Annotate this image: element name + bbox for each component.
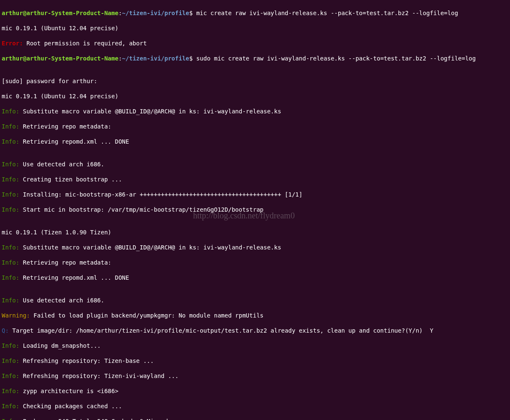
error-text: Root permission is required, abort [23, 40, 147, 47]
info-text: Substitute macro variable @BUILD_ID@/@AR… [19, 108, 281, 115]
info-line: Info: zypp architecture is <i686> [2, 387, 508, 395]
info-line: Info: Use detected arch i686. [2, 160, 508, 168]
user-host: arthur@arthur-System-Product-Name [2, 55, 118, 62]
info-text: Loading dm_snapshot... [19, 342, 101, 349]
info-line: Info: Use detected arch i686. [2, 297, 508, 304]
question-label: Q: [2, 327, 9, 334]
info-label: Info: [2, 297, 19, 304]
info-label: Info: [2, 418, 19, 420]
info-line: Info: Refreshing repository: Tizen-ivi-w… [2, 372, 508, 380]
info-line: Info: Retrieving repo metadata: [2, 123, 508, 130]
colon: : [118, 55, 122, 62]
info-text: Creating tizen bootstrap ... [19, 176, 122, 183]
info-label: Info: [2, 108, 19, 115]
question-line: Q: Target image/dir: /home/arthur/tizen-… [2, 327, 508, 334]
info-label: Info: [2, 138, 19, 145]
info-line: Info: Installing: mic-bootstrap-x86-ar +… [2, 191, 508, 198]
info-label: Info: [2, 206, 19, 213]
warning-text: Failed to load plugin backend/yumpkgmgr:… [30, 312, 263, 319]
info-line: Info: Retrieving repo metadata: [2, 259, 508, 266]
prompt-line-2: arthur@arthur-System-Product-Name:~/tize… [2, 55, 508, 62]
info-line: Info: Start mic in bootstrap: /var/tmp/m… [2, 206, 508, 213]
info-line: Info: Retrieving repomd.xml ... DONE [2, 274, 508, 281]
info-line: Info: Packages: 548 Total, 548 Cached, 0… [2, 417, 508, 420]
command-text: mic create raw ivi-wayland-release.ks --… [196, 10, 458, 16]
info-line: Info: Retrieving repomd.xml ... DONE [2, 138, 508, 145]
info-label: Info: [2, 259, 19, 266]
info-text: Retrieving repo metadata: [19, 259, 111, 266]
info-text: Refreshing repository: Tizen-ivi-wayland… [19, 373, 178, 379]
info-text: Installing: mic-bootstrap-x86-ar +++++++… [19, 191, 302, 198]
info-label: Info: [2, 342, 19, 349]
info-text: Retrieving repo metadata: [19, 123, 111, 130]
info-text: Retrieving repomd.xml ... DONE [19, 138, 129, 145]
info-text: Refreshing repository: Tizen-base ... [19, 357, 154, 364]
warning-label: Warning: [2, 312, 30, 319]
info-text: Retrieving repomd.xml ... DONE [19, 274, 129, 281]
info-label: Info: [2, 161, 19, 168]
info-text: Substitute macro variable @BUILD_ID@/@AR… [19, 244, 281, 251]
info-line: Info: Refreshing repository: Tizen-base … [2, 357, 508, 365]
output-line: mic 0.19.1 (Tizen 1.0.90 Tizen) [2, 228, 508, 236]
info-line: Info: Substitute macro variable @BUILD_I… [2, 244, 508, 251]
info-text: Packages: 548 Total, 548 Cached, 0 Misse… [19, 418, 168, 420]
info-label: Info: [2, 388, 19, 394]
prompt-dollar: $ [189, 55, 196, 62]
info-line: Info: Substitute macro variable @BUILD_I… [2, 108, 508, 115]
output-line: [sudo] password for arthur: [2, 77, 508, 85]
terminal-output[interactable]: arthur@arthur-System-Product-Name:~/tize… [0, 0, 510, 420]
cwd-path: ~/tizen-ivi/profile [122, 10, 189, 16]
prompt-dollar: $ [189, 10, 196, 16]
info-label: Info: [2, 403, 19, 410]
info-text: zypp architecture is <i686> [19, 388, 118, 394]
output-line: mic 0.19.1 (Ubuntu 12.04 precise) [2, 92, 508, 100]
info-text: Start mic in bootstrap: /var/tmp/mic-boo… [19, 206, 264, 213]
info-line: Info: Checking packages cached ... [2, 402, 508, 410]
info-line: Info: Loading dm_snapshot... [2, 342, 508, 349]
info-line: Info: Creating tizen bootstrap ... [2, 176, 508, 183]
output-line: mic 0.19.1 (Ubuntu 12.04 precise) [2, 24, 508, 32]
cwd-path: ~/tizen-ivi/profile [122, 55, 189, 62]
info-label: Info: [2, 357, 19, 364]
user-host: arthur@arthur-System-Product-Name [2, 10, 118, 16]
info-text: Use detected arch i686. [19, 297, 104, 304]
info-label: Info: [2, 244, 19, 251]
prompt-line-1: arthur@arthur-System-Product-Name:~/tize… [2, 9, 508, 17]
warning-line: Warning: Failed to load plugin backend/y… [2, 312, 508, 319]
info-label: Info: [2, 191, 19, 198]
info-label: Info: [2, 274, 19, 281]
error-label: Error: [2, 40, 23, 47]
info-label: Info: [2, 373, 19, 379]
colon: : [118, 10, 122, 16]
info-text: Checking packages cached ... [19, 403, 122, 410]
error-line: Error: Root permission is required, abor… [2, 39, 508, 47]
command-text: sudo mic create raw ivi-wayland-release.… [196, 55, 476, 62]
question-text: Target image/dir: /home/arthur/tizen-ivi… [9, 327, 433, 334]
info-text: Use detected arch i686. [19, 161, 104, 168]
info-label: Info: [2, 176, 19, 183]
info-label: Info: [2, 123, 19, 130]
